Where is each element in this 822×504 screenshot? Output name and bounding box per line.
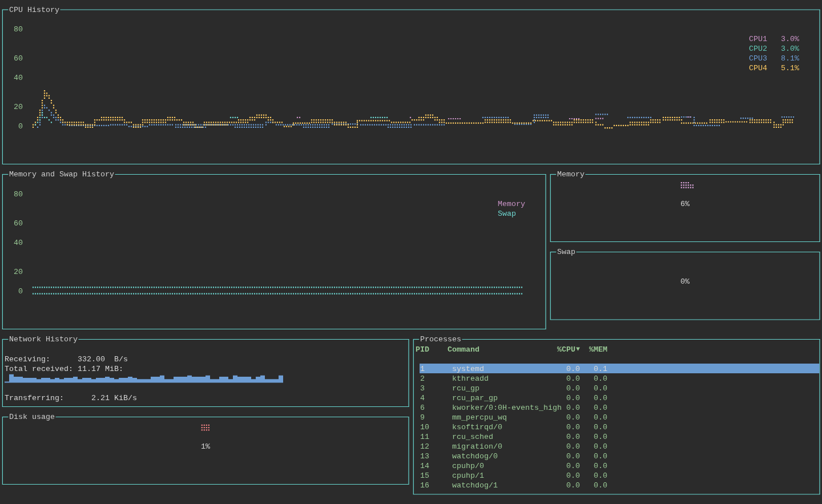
svg-text:Processes: Processes [420,335,461,344]
svg-text:0.0: 0.0 [594,404,607,412]
svg-text:Command: Command [448,345,480,354]
svg-text:0.0: 0.0 [566,423,580,432]
svg-text:11: 11 [420,433,429,441]
svg-text:0.0: 0.0 [594,413,607,422]
svg-text:13: 13 [420,452,429,461]
svg-text:Memory: Memory [498,200,525,208]
svg-text:60: 60 [14,219,23,228]
svg-text:0: 0 [18,122,23,131]
svg-text:%CPU: %CPU [557,345,575,354]
svg-text:40: 40 [14,74,23,82]
svg-text:12: 12 [420,442,429,451]
svg-text:0.0: 0.0 [594,384,607,393]
svg-text:0.1: 0.1 [594,365,607,373]
svg-text:Memory: Memory [557,170,585,179]
svg-text:CPU2: CPU2 [749,45,767,53]
svg-text:0.0: 0.0 [594,423,607,432]
svg-text:5.1%: 5.1% [781,64,799,72]
svg-text:0.0: 0.0 [594,471,607,480]
svg-text:6%: 6% [680,200,690,208]
svg-text:3: 3 [420,384,425,393]
svg-text:Memory and Swap History: Memory and Swap History [9,170,114,179]
svg-text:CPU4: CPU4 [749,64,767,72]
svg-text:kthreadd: kthreadd [452,374,489,383]
svg-text:0.0: 0.0 [594,481,607,490]
svg-text:0.0: 0.0 [566,471,580,480]
svg-text:rcu_par_gp: rcu_par_gp [452,394,498,402]
svg-text:Swap: Swap [498,209,516,218]
svg-text:9: 9 [420,413,425,422]
svg-text:Network History: Network History [9,335,78,344]
svg-text:4: 4 [420,394,425,402]
svg-text:0.0: 0.0 [566,384,580,393]
svg-text:2: 2 [420,374,425,383]
svg-text:Receiving: 332.00 B/s: Receiving: 332.00 B/s [5,355,128,364]
svg-text:0.0: 0.0 [594,394,607,402]
svg-text:16: 16 [420,481,429,490]
svg-text:systemd: systemd [452,365,484,373]
svg-text:60: 60 [14,54,23,63]
svg-text:watchdog/0: watchdog/0 [452,452,498,461]
svg-text:0.0: 0.0 [566,365,580,373]
svg-text:%MEM: %MEM [589,345,607,354]
svg-text:Swap: Swap [557,248,575,256]
svg-text:Total received: 11.17 MiB:: Total received: 11.17 MiB: [5,365,123,373]
svg-text:0.0: 0.0 [566,442,580,451]
svg-text:ksoftirqd/0: ksoftirqd/0 [452,423,502,432]
svg-text:1: 1 [420,365,425,373]
svg-text:0.0: 0.0 [566,462,580,470]
svg-text:Transferring: 2.21 KiB/s: Transferring: 2.21 KiB/s [5,394,137,402]
svg-text:rcu_gp: rcu_gp [452,384,480,393]
svg-text:0.0: 0.0 [566,481,580,490]
svg-text:cpuhp/1: cpuhp/1 [452,471,484,480]
svg-text:watchdog/1: watchdog/1 [452,481,498,490]
svg-text:0.0: 0.0 [566,404,580,412]
svg-text:PID: PID [416,345,429,354]
svg-text:kworker/0:0H-events_high: kworker/0:0H-events_high [452,404,562,412]
svg-text:0.0: 0.0 [594,462,607,470]
svg-text:0.0: 0.0 [566,374,580,383]
svg-text:0.0: 0.0 [594,374,607,383]
svg-text:20: 20 [14,268,23,276]
svg-text:0.0: 0.0 [566,413,580,422]
svg-text:0.0: 0.0 [566,433,580,441]
svg-text:CPU History: CPU History [9,6,59,14]
svg-text:mm_percpu_wq: mm_percpu_wq [452,413,507,422]
svg-text:20: 20 [14,103,23,111]
svg-text:rcu_sched: rcu_sched [452,433,493,441]
svg-text:80: 80 [14,190,23,199]
svg-text:10: 10 [420,423,429,432]
svg-text:0.0: 0.0 [594,442,607,451]
svg-text:14: 14 [420,462,429,470]
svg-text:8.1%: 8.1% [781,54,799,63]
svg-text:3.0%: 3.0% [781,35,799,43]
svg-text:CPU3: CPU3 [749,54,767,63]
svg-text:migration/0: migration/0 [452,442,502,451]
svg-text:0.0: 0.0 [566,452,580,461]
svg-text:40: 40 [14,239,23,247]
svg-text:1%: 1% [201,442,210,451]
svg-text:Disk usage: Disk usage [9,413,55,421]
svg-text:0.0: 0.0 [594,433,607,441]
svg-text:0.0: 0.0 [566,394,580,402]
svg-text:0%: 0% [680,277,690,286]
svg-text:80: 80 [14,25,23,34]
svg-text:6: 6 [420,404,425,412]
svg-text:0.0: 0.0 [594,452,607,461]
svg-text:15: 15 [420,471,429,480]
svg-text:cpuhp/0: cpuhp/0 [452,462,484,470]
svg-text:0: 0 [18,287,23,296]
svg-text:3.0%: 3.0% [781,45,799,53]
svg-text:CPU1: CPU1 [749,35,767,43]
